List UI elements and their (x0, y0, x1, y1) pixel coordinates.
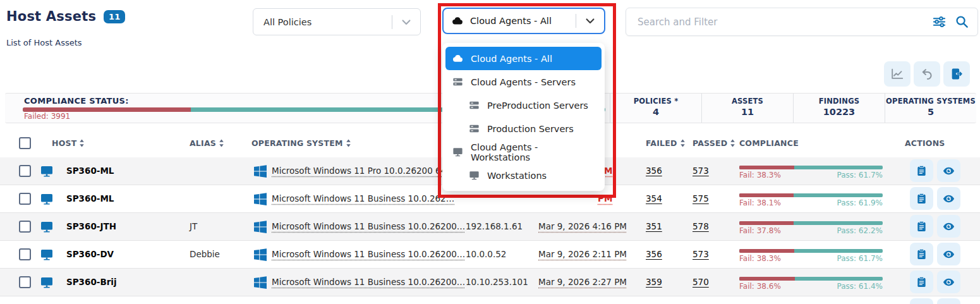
scan-date-link[interactable]: Mar 9, 2026 2:27 PM (538, 269, 627, 296)
report-button[interactable] (910, 298, 933, 304)
failed-count-link[interactable]: 351 (646, 213, 662, 240)
passed-count-link[interactable]: 578 (693, 213, 709, 240)
report-button[interactable] (910, 187, 933, 210)
host-count-badge: 11 (104, 10, 125, 23)
passed-count-link[interactable]: 573 (693, 241, 709, 268)
server-icon (468, 99, 480, 111)
scope-dropdown[interactable]: Cloud Agents - All (442, 8, 605, 34)
sort-icon (79, 139, 85, 147)
compliance-bar (739, 277, 883, 281)
host-name: SP360-JTH (66, 213, 116, 240)
scan-date-link[interactable]: Mar 9, 2026 4:16 PM (538, 213, 627, 240)
failed-count-link[interactable]: 356 (646, 241, 662, 268)
monitor-icon (468, 169, 480, 181)
stat-cell-policies: POLICIES * 4 (610, 94, 701, 123)
pass-percent-label: Pass: 62.2% (837, 226, 883, 235)
windows-logo-icon (254, 221, 267, 233)
menu-item-cloud-agents-all[interactable]: Cloud Agents - All (445, 47, 602, 70)
export-button[interactable] (943, 61, 970, 87)
toolbar (884, 61, 970, 87)
report-button[interactable] (910, 243, 933, 265)
policy-dropdown[interactable]: All Policies (253, 8, 421, 35)
scan-date-link[interactable]: Mar 9, 2026 2:11 PM (538, 241, 627, 268)
compliance-cell: Fail: 38.6% Pass: 61.4% (739, 269, 883, 296)
filter-sliders-icon[interactable] (932, 15, 947, 29)
host-name: SP360-DV (66, 241, 114, 268)
eye-icon (943, 221, 955, 233)
report-button[interactable] (910, 271, 933, 293)
menu-item-workstations[interactable]: Workstations (445, 164, 602, 187)
row-checkbox[interactable] (19, 276, 31, 288)
scope-dropdown-menu: Cloud Agents - All Cloud Agents - Server… (442, 43, 605, 191)
view-button[interactable] (937, 298, 960, 304)
export-file-icon (950, 67, 964, 81)
stat-cell-assets: ASSETS 11 (701, 94, 793, 123)
os-link[interactable]: Microsoft Windows 11 Business 10.0.262… (272, 185, 454, 212)
report-button[interactable] (910, 215, 933, 238)
compliance-cell: Fail: 38.3% Pass: 61.7% (739, 241, 883, 268)
menu-item-label: Production Servers (487, 124, 574, 134)
col-header-os[interactable]: OPERATING SYSTEM (251, 129, 351, 157)
pass-percent-label: Pass: 61.7% (837, 254, 883, 263)
select-all-checkbox[interactable] (19, 137, 31, 149)
table-row: SP360-JTH JT Microsoft Windows 11 Busine… (0, 213, 980, 241)
os-link[interactable]: Microsoft Windows 11 Business 10.0.26200… (272, 213, 465, 240)
col-header-alias[interactable]: ALIAS (190, 129, 224, 157)
search-input[interactable] (636, 16, 932, 28)
menu-item-cloud-agents-servers[interactable]: Cloud Agents - Servers (445, 70, 602, 94)
passed-count-link[interactable]: 575 (693, 185, 709, 212)
compliance-bar (739, 166, 883, 169)
row-checkbox[interactable] (19, 165, 31, 177)
row-actions (910, 271, 960, 293)
stat-label: POLICIES * (610, 97, 701, 106)
analytics-button[interactable] (884, 61, 910, 87)
col-header-host[interactable]: HOST (52, 129, 85, 157)
col-header-passed[interactable]: PASSED (693, 129, 735, 157)
menu-item-label: PreProduction Servers (487, 100, 588, 111)
passed-count-link[interactable]: 573 (693, 157, 709, 185)
undo-icon (920, 67, 934, 81)
passed-count-link[interactable]: 570 (693, 269, 709, 296)
row-actions (910, 298, 960, 304)
view-button[interactable] (937, 243, 960, 265)
menu-item-preproduction-servers[interactable]: PreProduction Servers (445, 94, 602, 117)
col-header-failed[interactable]: FAILED (646, 129, 686, 157)
failed-count-link[interactable]: 354 (646, 185, 662, 212)
monitor-icon (39, 275, 54, 290)
cloud-icon (451, 15, 464, 27)
row-checkbox[interactable] (19, 193, 31, 205)
report-button[interactable] (910, 159, 933, 182)
divider (392, 15, 392, 29)
failed-count-link[interactable]: 356 (646, 157, 662, 185)
clipboard-icon (916, 193, 928, 205)
host-name: SP360-ML (66, 185, 114, 212)
view-button[interactable] (937, 271, 960, 293)
view-button[interactable] (937, 159, 960, 182)
reset-button[interactable] (914, 61, 940, 87)
row-checkbox[interactable] (19, 248, 31, 260)
view-button[interactable] (937, 187, 960, 210)
ip-address: 10.0.0.52 (466, 241, 506, 268)
menu-item-label: Cloud Agents - Workstations (471, 142, 596, 162)
windows-logo-icon (254, 276, 267, 289)
compliance-failed-segment (23, 107, 191, 112)
fail-percent-label: Fail: 38.3% (739, 171, 781, 179)
row-checkbox[interactable] (19, 221, 31, 233)
failed-count-link[interactable]: 359 (646, 269, 662, 296)
menu-item-cloud-agents-workstations[interactable]: Cloud Agents - Workstations (445, 140, 602, 164)
eye-icon (943, 248, 955, 260)
eye-icon (943, 193, 955, 205)
os-link[interactable]: Microsoft Windows 11 Business 10.0.26200… (272, 269, 465, 296)
windows-logo-icon (254, 165, 267, 178)
ip-address: 192.168.1.61 (466, 213, 523, 240)
search-icon[interactable] (955, 15, 969, 29)
page-subtitle: List of Host Assets (6, 38, 82, 47)
pass-percent-label: Pass: 61.4% (837, 282, 883, 291)
clipboard-icon (916, 221, 928, 233)
os-link[interactable]: Microsoft Windows 11 Pro 10.0.26200 64… (272, 157, 455, 185)
view-button[interactable] (937, 215, 960, 238)
os-link[interactable]: Microsoft Windows 11 Business 10.0.26200… (272, 241, 465, 268)
menu-item-production-servers[interactable]: Production Servers (445, 117, 602, 140)
table-row (0, 296, 980, 304)
stat-label: OPERATING SYSTEMS (885, 97, 976, 106)
